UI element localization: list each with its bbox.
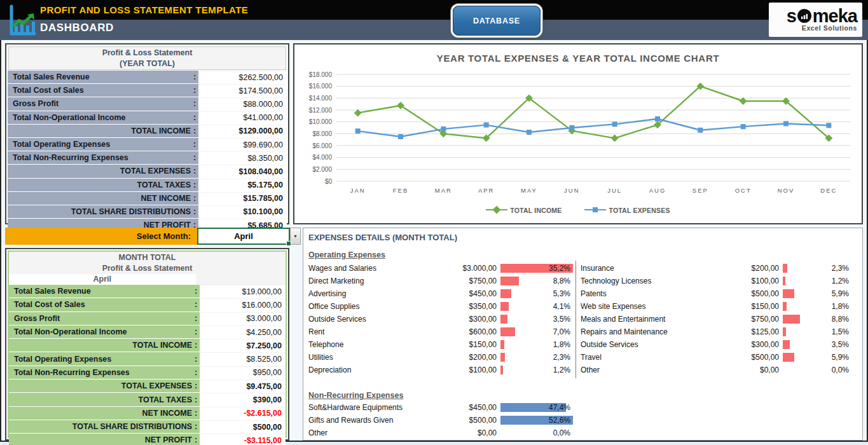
row-label: NET INCOME (13, 194, 191, 203)
row-colon: : (192, 422, 200, 431)
row-label-cell: Total Operating Expenses: (8, 138, 198, 151)
expense-bar-cell: 1,8% (499, 339, 572, 350)
expense-percent: 52,6% (549, 415, 570, 425)
expense-percent: 1,5% (832, 327, 849, 337)
expense-bar-cell: 1,8% (782, 301, 850, 312)
expense-row: Wages and Salaries$3.000,0035,2% (308, 262, 572, 275)
expense-row: Patents$500,005,9% (581, 287, 850, 300)
table-row: NET INCOME:-$2.615,00 (9, 406, 286, 420)
expense-bar-cell: 3,5% (499, 314, 572, 324)
row-label-cell: TOTAL SHARE DISTRIBUTIONS: (8, 205, 198, 218)
row-label: Total Non-Operational Income (13, 113, 191, 122)
expense-bar (500, 327, 515, 336)
row-label-cell: TOTAL INCOME: (9, 339, 200, 352)
row-colon: : (191, 86, 198, 95)
chevron-down-icon: ▼ (293, 234, 298, 238)
svg-text:SEP: SEP (692, 187, 708, 194)
expense-label: Rent (308, 327, 443, 336)
expense-row: Office Supplies$350,004,1% (308, 300, 572, 313)
row-label: TOTAL TAXES (13, 181, 191, 189)
expense-bar-cell: 8,8% (499, 276, 572, 286)
row-colon: : (191, 140, 198, 149)
row-label-cell: TOTAL EXPENSES: (9, 380, 200, 392)
row-label-cell: Total Cost of Sales: (9, 298, 200, 311)
row-colon: : (192, 395, 200, 404)
year-chart-panel: YEAR TOTAL EXPENSES & YEAR TOTAL INCOME … (293, 43, 863, 224)
row-value: $9.475,00 (200, 380, 286, 392)
expense-row: Rent$600,007,0% (308, 325, 572, 338)
expense-value: $450,00 (443, 289, 499, 298)
expense-row: Gifts and Rewards Given$500,0052,6% (308, 414, 572, 427)
row-label: TOTAL INCOME (13, 127, 191, 135)
row-label: Total Non-Recurring Expenses (13, 153, 191, 162)
expense-bar-cell: 5,9% (782, 352, 850, 362)
svg-text:OCT: OCT (735, 187, 752, 194)
row-label-cell: Total Non-Recurring Expenses: (8, 151, 198, 164)
expenses-panel-title: EXPENSES DETAILS (MONTH TOTAL) (308, 233, 457, 242)
svg-text:$4.000: $4.000 (312, 154, 332, 161)
expense-value: $150,00 (443, 340, 499, 349)
svg-text:$10.000: $10.000 (309, 118, 333, 125)
expense-value: $0,00 (733, 366, 782, 374)
someka-wordmark: smeka (787, 7, 857, 25)
row-value: $88.000,00 (198, 97, 287, 110)
expense-bar-cell: 1,2% (499, 365, 572, 375)
svg-text:JAN: JAN (350, 187, 366, 194)
expense-value: $500,00 (733, 353, 782, 362)
row-value: -$3.115,00 (200, 434, 286, 445)
month-total-statement-panel: MONTH TOTAL Profit & Loss Statement Apri… (5, 248, 289, 441)
table-row: TOTAL EXPENSES:$108.040,00 (8, 164, 287, 177)
row-label: TOTAL EXPENSES (14, 381, 192, 390)
month-dropdown-arrow[interactable]: ▼ (290, 228, 301, 245)
expense-value: $200,00 (733, 264, 782, 273)
row-colon: : (191, 127, 198, 135)
row-value: $8.350,00 (198, 151, 287, 164)
svg-text:MAR: MAR (435, 187, 452, 194)
row-label-cell: TOTAL TAXES: (8, 179, 198, 191)
row-value: $129.000,00 (198, 125, 287, 137)
table-row: Total Non-Recurring Expenses:$8.350,00 (8, 151, 287, 164)
expense-row: Telephone$150,001,8% (308, 338, 572, 351)
svg-text:APR: APR (478, 187, 495, 194)
expense-bar (783, 264, 787, 273)
expense-value: $750,00 (443, 277, 499, 285)
expense-value: $450,00 (443, 403, 499, 412)
row-value: $390,00 (200, 393, 286, 406)
expense-percent: 1,2% (553, 365, 570, 375)
expense-value: $150,00 (733, 302, 782, 311)
brand-o-chart-icon (797, 8, 812, 24)
svg-text:$14.000: $14.000 (309, 95, 333, 102)
month-dropdown[interactable]: April (197, 228, 290, 245)
expense-row: Outside Services$300,003,5% (308, 313, 572, 325)
row-value: $950,00 (200, 366, 286, 379)
row-value: $7.250,00 (200, 339, 286, 352)
expense-row: Depreciation$100,001,2% (308, 364, 572, 376)
row-label: NET PROFIT (14, 435, 192, 444)
expense-label: Other (308, 428, 443, 437)
expense-percent: 1,2% (832, 276, 849, 286)
chart-canvas: $0$2.000$4.000$6.000$8.000$10.000$12.000… (300, 69, 859, 200)
row-label-cell: NET PROFIT: (9, 434, 200, 445)
row-label: Total Non-Operational Income (14, 327, 192, 336)
row-label: Total Sales Revenue (14, 287, 192, 296)
row-label-cell: Total Sales Revenue: (9, 285, 200, 298)
row-colon: : (191, 113, 198, 122)
svg-text:$6.000: $6.000 (312, 142, 332, 149)
legend-marker-icon (584, 206, 606, 215)
expense-label: Office Supplies (308, 302, 443, 311)
expense-bar (500, 315, 507, 324)
row-value: $4.250,00 (200, 325, 286, 338)
row-label: TOTAL INCOME (14, 341, 192, 350)
year-table-title-line1: Profit & Loss Statement (9, 48, 286, 58)
svg-text:AUG: AUG (649, 187, 666, 194)
database-button[interactable]: DATABASE (453, 6, 541, 36)
expense-label: Gifts and Rewards Given (308, 416, 443, 425)
row-label-cell: Total Cost of Sales: (8, 84, 198, 97)
row-label: Gross Profit (14, 314, 192, 323)
row-value: $3.000,00 (200, 312, 286, 325)
svg-text:JUL: JUL (607, 187, 622, 194)
expense-row: Advertising$450,005,3% (308, 287, 572, 300)
row-label: TOTAL SHARE DISTRIBUTIONS (14, 422, 192, 431)
expense-row: Direct Marketing$750,008,8% (308, 275, 572, 287)
expense-row: Web site Expenses$150,001,8% (581, 300, 850, 313)
